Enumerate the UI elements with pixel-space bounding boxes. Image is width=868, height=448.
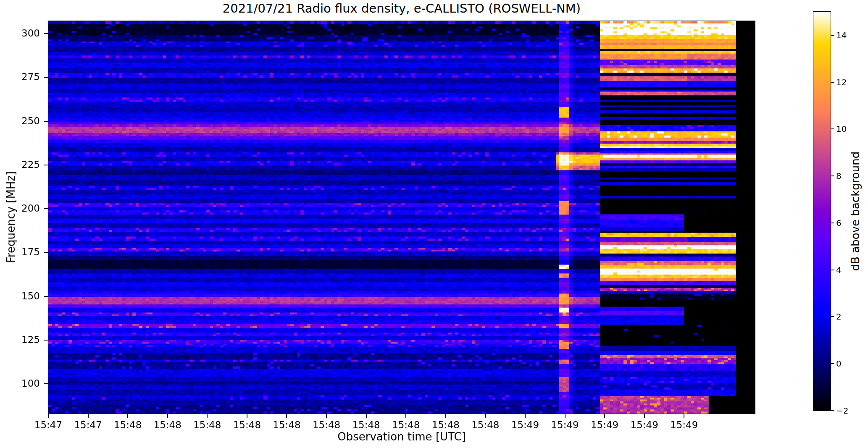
y-tick-mark (44, 296, 48, 297)
colorbar-tick-label: 2 (836, 312, 842, 322)
x-tick-mark (644, 414, 645, 418)
x-tick-label: 15:47 (71, 419, 105, 430)
y-tick-label: 150 (12, 291, 40, 301)
x-tick-mark (445, 414, 446, 418)
colorbar-tick-mark (831, 35, 834, 36)
x-tick-label: 15:48 (350, 419, 383, 430)
y-axis-label: Frequency [MHz] (5, 171, 17, 263)
x-axis-label: Observation time [UTC] (48, 430, 755, 443)
y-tick-mark (44, 340, 48, 341)
x-tick-label: 15:48 (111, 419, 145, 430)
y-tick-label: 300 (12, 28, 40, 39)
y-tick-mark (44, 165, 48, 165)
x-tick-label: 15:49 (548, 419, 582, 430)
colorbar-tick-label: 12 (836, 77, 847, 87)
x-tick-mark (405, 414, 406, 418)
x-tick-mark (485, 414, 486, 418)
x-tick-label: 15:48 (190, 419, 224, 430)
x-tick-label: 15:49 (508, 419, 542, 430)
x-tick-mark (604, 414, 605, 418)
x-tick-mark (48, 414, 49, 418)
colorbar-tick-mark (831, 82, 834, 83)
colorbar-label: dB above background (849, 152, 862, 271)
x-tick-mark (684, 414, 684, 418)
x-tick-mark (286, 414, 287, 418)
y-tick-mark (44, 33, 48, 34)
x-tick-label: 15:49 (667, 419, 701, 430)
colorbar-tick-mark (831, 363, 834, 364)
x-tick-label: 15:48 (270, 419, 303, 430)
x-tick-mark (366, 414, 367, 418)
colorbar-tick-mark (831, 410, 834, 411)
colorbar-tick-mark (831, 316, 834, 317)
x-tick-label: 15:48 (429, 419, 463, 430)
x-tick-label: 15:48 (230, 419, 264, 430)
y-tick-label: 275 (12, 71, 40, 82)
y-tick-label: 100 (12, 378, 40, 389)
y-tick-label: 225 (12, 159, 40, 170)
colorbar-tick-mark (831, 176, 834, 176)
x-tick-label: 15:48 (151, 419, 184, 430)
y-tick-mark (44, 208, 48, 209)
y-tick-mark (44, 252, 48, 253)
colorbar-tick-label: 4 (836, 265, 842, 275)
x-tick-label: 15:48 (389, 419, 423, 430)
x-tick-mark (88, 414, 89, 418)
x-tick-label: 15:48 (310, 419, 343, 430)
y-tick-mark (44, 121, 48, 122)
x-tick-label: 15:48 (468, 419, 502, 430)
colorbar-tick-label: 0 (836, 359, 842, 369)
spectrogram-heatmap (48, 21, 755, 414)
x-tick-mark (565, 414, 566, 418)
x-tick-label: 15:47 (32, 419, 65, 430)
y-tick-label: 250 (12, 115, 40, 126)
y-tick-mark (44, 77, 48, 78)
colorbar-tick-mark (831, 270, 834, 270)
x-tick-mark (247, 414, 247, 418)
colorbar-tick-mark (831, 128, 834, 129)
x-tick-mark (525, 414, 526, 418)
colorbar-tick-label: 8 (836, 171, 842, 181)
colorbar-tick-label: 10 (836, 124, 847, 134)
colorbar-tick-label: −2 (836, 406, 848, 416)
colorbar-tick-mark (831, 223, 834, 223)
x-tick-mark (207, 414, 208, 418)
x-tick-mark (127, 414, 128, 418)
y-tick-mark (44, 383, 48, 384)
colorbar-tick-label: 14 (836, 30, 847, 40)
x-tick-label: 15:49 (588, 419, 621, 430)
x-tick-label: 15:49 (628, 419, 661, 430)
spectrogram-figure: 2021/07/21 Radio flux density, e-CALLIST… (0, 0, 868, 448)
x-tick-mark (326, 414, 327, 418)
colorbar-tick-label: 6 (836, 218, 842, 228)
x-tick-mark (167, 414, 168, 418)
y-tick-label: 125 (12, 334, 40, 345)
chart-title: 2021/07/21 Radio flux density, e-CALLIST… (48, 1, 755, 16)
colorbar (813, 12, 831, 411)
